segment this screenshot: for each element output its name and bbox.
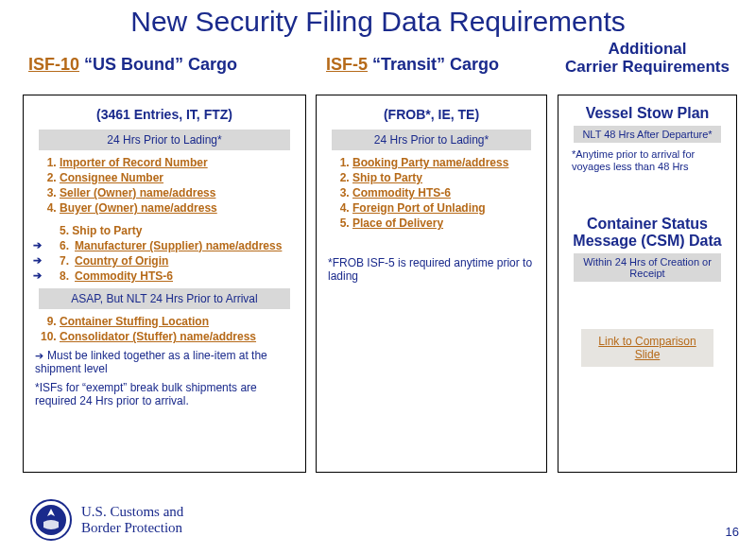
isf5-panel: (FROB*, IE, TE) 24 Hrs Prior to Lading* … [316,95,547,473]
list-item: 5. Ship to Party [60,224,296,237]
data-element-link[interactable]: Manufacturer (Supplier) name/address [75,239,282,252]
data-element-link[interactable]: Consignee Number [60,171,163,184]
comparison-slide-link[interactable]: Link to Comparison Slide [598,335,696,361]
isf10-subtitle: (3461 Entries, IT, FTZ) [33,107,296,122]
csm-title: Container Status Message (CSM) Data [568,216,727,250]
isf5-frob-note: *FROB ISF-5 is required anytime prior to… [328,256,535,283]
col1-head: ISF-10 “US Bound” Cargo [28,55,237,75]
list-item: 7. Country of Origin [60,254,296,268]
isf5-list: Booking Party name/addressShip to PartyC… [352,156,537,230]
list-item: Booking Party name/address [352,156,537,169]
vsp-note: *Anytime prior to arrival for voyages le… [572,148,723,173]
isf10-list-c: Container Stuffing LocationConsolidator … [60,315,296,343]
isf5-timing-bar: 24 Hrs Prior to Lading* [332,130,531,150]
footer: U.S. Customs and Border Protection [30,499,183,541]
comparison-link-box: Link to Comparison Slide [581,329,713,367]
list-item: Seller (Owner) name/address [60,186,296,199]
list-item: Container Stuffing Location [60,315,296,328]
list-item: Importer of Record Number [60,156,296,169]
data-element-link[interactable]: Importer of Record Number [60,156,208,169]
vessel-stow-plan-title: Vessel Stow Plan [568,105,727,122]
isf10-link[interactable]: ISF-10 [28,55,79,74]
data-element-link[interactable]: Country of Origin [75,254,168,268]
isf10-timing-bar-1: 24 Hrs Prior to Lading* [39,130,290,150]
col3-head: Additional Carrier Requirements [558,40,737,76]
page-title: New Security Filing Data Requirements [0,6,756,38]
col2-head: ISF-5 “Transit” Cargo [326,55,499,75]
data-element-link[interactable]: Commodity HTS-6 [352,186,451,199]
isf10-list-b: 5. Ship to Party6. Manufacturer (Supplie… [60,224,296,283]
data-element-link[interactable]: Booking Party name/address [352,156,508,169]
data-element-link[interactable]: Commodity HTS-6 [75,269,173,283]
isf10-note-exempt: *ISFs for “exempt” break bulk shipments … [35,381,294,407]
list-item: Foreign Port of Unlading [352,201,537,215]
data-element-link[interactable]: Foreign Port of Unlading [352,201,486,215]
list-item: Consolidator (Stuffer) name/address [60,330,296,343]
isf10-note-link: ➔Must be linked together as a line-item … [35,349,294,375]
arrow-icon: ➔ [35,350,43,361]
isf10-list-a: Importer of Record NumberConsignee Numbe… [60,156,296,215]
data-element-link[interactable]: Ship to Party [72,224,142,237]
list-item: Buyer (Owner) name/address [60,201,296,215]
vsp-timing-bar: NLT 48 Hrs After Departure* [574,126,721,143]
data-element-link[interactable]: Buyer (Owner) name/address [60,201,217,215]
data-element-link[interactable]: Seller (Owner) name/address [60,186,215,199]
data-element-link[interactable]: Consolidator (Stuffer) name/address [60,330,256,343]
carrier-panel: Vessel Stow Plan NLT 48 Hrs After Depart… [558,95,737,473]
data-element-link[interactable]: Place of Delivery [352,216,443,230]
data-element-link[interactable]: Container Stuffing Location [60,315,209,328]
page-number: 16 [726,525,739,539]
list-item: Place of Delivery [352,216,537,230]
isf10-panel: (3461 Entries, IT, FTZ) 24 Hrs Prior to … [23,95,306,473]
data-element-link[interactable]: Ship to Party [352,171,422,184]
list-item: Consignee Number [60,171,296,184]
org-name: U.S. Customs and Border Protection [81,504,183,536]
list-item: 8. Commodity HTS-6 [60,269,296,283]
isf5-link[interactable]: ISF-5 [326,55,368,74]
isf5-subtitle: (FROB*, IE, TE) [326,107,537,122]
list-item: Ship to Party [352,171,537,184]
isf10-timing-bar-2: ASAP, But NLT 24 Hrs Prior to Arrival [39,288,290,309]
csm-timing-bar: Within 24 Hrs of Creation or Receipt [574,253,721,282]
dhs-seal-icon [30,499,72,541]
list-item: 6. Manufacturer (Supplier) name/address [60,239,296,252]
list-item: Commodity HTS-6 [352,186,537,199]
